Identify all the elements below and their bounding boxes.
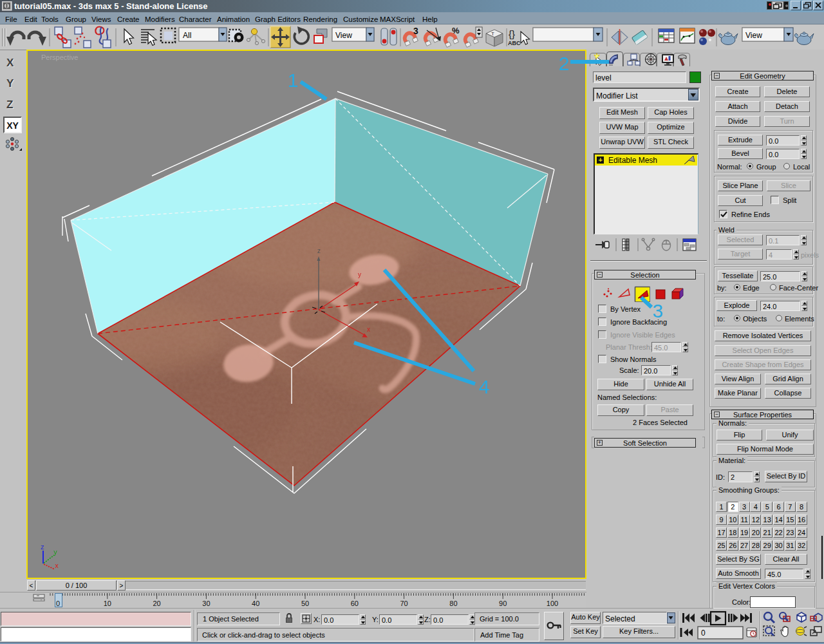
svg-text:View: View (335, 31, 352, 40)
svg-text:0: 0 (701, 629, 706, 638)
svg-text:z: z (41, 544, 44, 551)
svg-text:T: T (491, 31, 494, 37)
svg-text:70: 70 (400, 600, 407, 607)
svg-text:90: 90 (499, 600, 507, 607)
svg-text:z: z (317, 247, 321, 254)
svg-text:10: 10 (104, 600, 111, 607)
svg-text:40: 40 (252, 600, 259, 607)
svg-text:50: 50 (301, 600, 309, 607)
svg-text:y: y (53, 549, 57, 556)
svg-text:80: 80 (449, 600, 457, 607)
svg-text:30: 30 (202, 600, 210, 607)
svg-text:All: All (183, 31, 191, 40)
svg-text:x: x (367, 326, 370, 333)
svg-text:%: % (452, 26, 460, 35)
svg-text:60: 60 (351, 600, 359, 607)
svg-text:y: y (358, 271, 361, 278)
svg-text:View: View (745, 31, 762, 40)
svg-text:0: 0 (56, 600, 60, 607)
svg-text:{}: {} (509, 28, 515, 39)
svg-text:ABC: ABC (508, 40, 521, 46)
svg-text:x: x (55, 563, 59, 570)
svg-text:20: 20 (153, 600, 160, 607)
svg-text:100: 100 (547, 600, 558, 607)
svg-text:3: 3 (413, 26, 418, 36)
